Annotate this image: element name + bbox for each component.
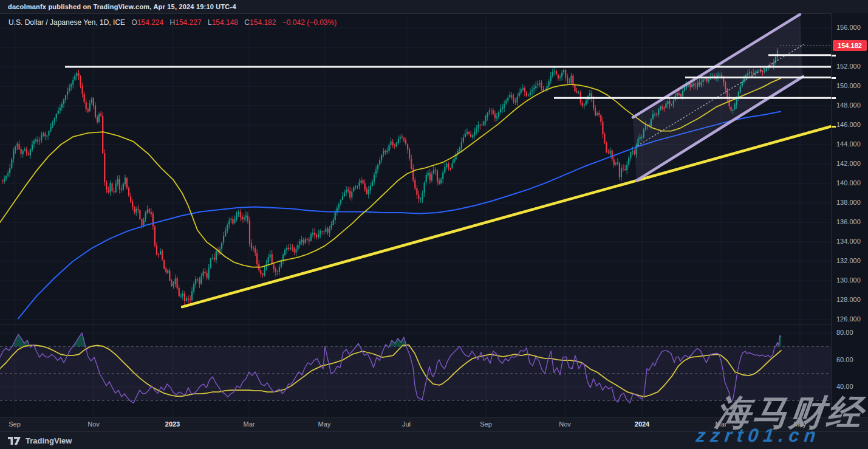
last-price-badge: 154.182	[833, 40, 867, 51]
rsi-pane[interactable]	[0, 324, 831, 417]
price-axis-label: 132.000	[836, 257, 861, 264]
price-axis-tick	[832, 77, 836, 79]
change-value: −0.042 (−0.03%)	[282, 18, 337, 27]
high-value: 154.227	[175, 18, 201, 27]
tradingview-brand-text[interactable]: TradingView	[26, 436, 72, 445]
price-axis-tick	[832, 97, 836, 99]
time-axis-label: Sep	[9, 420, 21, 428]
time-axis-label: May	[318, 420, 331, 428]
low-value: 154.148	[212, 18, 238, 27]
symbol-title[interactable]: U.S. Dollar / Japanese Yen, 1D, ICE	[9, 18, 125, 27]
price-axis-label: 152.000	[836, 63, 861, 70]
main-price-pane[interactable]	[0, 13, 831, 324]
time-axis-label: 2024	[635, 420, 649, 428]
price-axis-label: 144.000	[836, 140, 861, 148]
high-label: H	[170, 18, 176, 27]
time-axis-label: Nov	[87, 420, 100, 428]
symbol-legend[interactable]: U.S. Dollar / Japanese Yen, 1D, ICE O154…	[9, 18, 337, 27]
price-axis-label: 140.000	[836, 179, 861, 187]
tradingview-published-chart: dacolmanfx published on TradingView.com,…	[0, 0, 868, 449]
open-value: 154.224	[137, 18, 163, 27]
price-axis-label: 142.000	[836, 160, 861, 167]
rsi-axis-label: 60.00	[836, 356, 853, 363]
low-label: L	[208, 18, 212, 27]
open-label: O	[131, 18, 137, 27]
price-scale[interactable]: 154.182 156.000152.000150.000148.000146.…	[831, 13, 868, 417]
time-axis-label: Mar	[244, 420, 255, 428]
price-axis-label: 130.000	[836, 276, 861, 284]
price-axis-tick	[832, 126, 836, 128]
attribution-text: dacolmanfx published on TradingView.com,…	[8, 3, 236, 10]
attribution-bar: dacolmanfx published on TradingView.com,…	[0, 0, 868, 14]
price-axis-label: 126.000	[836, 315, 861, 323]
rsi-axis-label: 80.00	[836, 329, 853, 336]
price-axis-label: 150.000	[836, 82, 861, 89]
pane-separator[interactable]	[0, 324, 831, 324]
price-axis-label: 128.000	[836, 296, 861, 303]
price-axis-tick	[832, 55, 836, 57]
close-value: 154.182	[250, 18, 276, 27]
price-axis-label: 136.000	[836, 218, 861, 225]
time-axis-label: Jul	[402, 420, 411, 428]
price-axis-label: 146.000	[836, 121, 861, 128]
time-axis-label: Nov	[559, 420, 571, 428]
tradingview-logo-icon[interactable]	[8, 436, 21, 445]
price-axis-label: 156.000	[836, 24, 861, 31]
price-axis-label: 148.000	[836, 101, 861, 109]
price-axis-label: 134.000	[836, 238, 861, 245]
time-axis-label: Sep	[480, 420, 492, 428]
watermark-site: zzrt01.cn	[695, 425, 821, 447]
close-label: C	[244, 18, 250, 27]
price-axis-label: 138.000	[836, 199, 861, 206]
time-axis-label: 2023	[165, 420, 180, 428]
